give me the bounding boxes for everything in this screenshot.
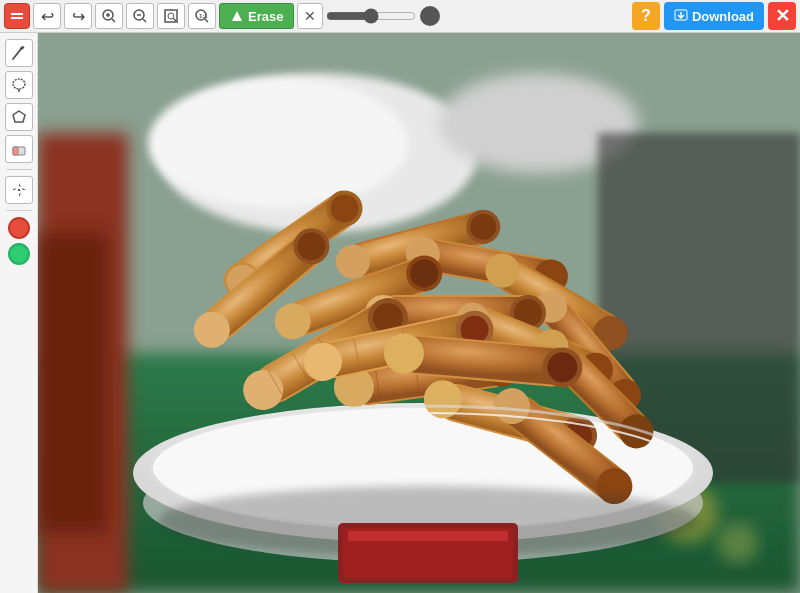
svg-line-6 — [112, 19, 115, 22]
svg-marker-28 — [12, 188, 18, 190]
close-icon: ✕ — [775, 5, 790, 27]
canvas-area[interactable] — [38, 33, 800, 593]
svg-rect-30 — [18, 189, 20, 191]
svg-rect-1 — [11, 13, 23, 15]
svg-marker-27 — [19, 191, 21, 197]
top-toolbar: ↩ ↪ 1:1 — [0, 0, 800, 33]
erase-label: Erase — [248, 9, 283, 24]
svg-line-12 — [174, 19, 177, 22]
svg-marker-29 — [20, 188, 26, 190]
svg-text:1:1: 1:1 — [199, 13, 208, 19]
svg-point-36 — [148, 78, 408, 208]
undo-button[interactable]: ↩ — [33, 3, 61, 29]
download-label: Download — [692, 9, 754, 24]
svg-line-19 — [13, 49, 21, 59]
zoom-in-button[interactable] — [95, 3, 123, 29]
help-icon: ? — [641, 7, 651, 25]
svg-point-39 — [718, 523, 758, 563]
help-button[interactable]: ? — [632, 2, 660, 30]
svg-line-9 — [143, 19, 146, 22]
svg-marker-16 — [232, 11, 242, 21]
svg-point-11 — [168, 13, 174, 19]
main-area — [0, 33, 800, 593]
sidebar-divider-2 — [6, 210, 32, 211]
lasso-tool[interactable] — [5, 71, 33, 99]
svg-line-15 — [205, 19, 208, 22]
svg-point-21 — [13, 79, 25, 89]
svg-marker-23 — [13, 111, 25, 122]
left-sidebar — [0, 33, 38, 593]
color-2[interactable] — [8, 243, 30, 265]
sidebar-divider — [6, 169, 32, 170]
svg-rect-25 — [13, 147, 18, 155]
svg-rect-133 — [348, 531, 508, 541]
color-1[interactable] — [8, 217, 30, 239]
svg-marker-26 — [19, 183, 21, 189]
close-button[interactable]: ✕ — [768, 2, 796, 30]
eraser-tool[interactable] — [5, 135, 33, 163]
brush-size-control — [326, 6, 440, 26]
download-button[interactable]: Download — [664, 2, 764, 30]
brush-tool[interactable] — [5, 39, 33, 67]
svg-rect-0 — [9, 8, 25, 24]
food-image — [38, 33, 800, 593]
polygon-tool[interactable] — [5, 103, 33, 131]
move-tool[interactable] — [5, 176, 33, 204]
cancel-icon: ✕ — [304, 8, 316, 24]
svg-rect-34 — [38, 233, 108, 533]
zoom-fit-button[interactable] — [157, 3, 185, 29]
brush-size-slider[interactable] — [326, 8, 416, 24]
zoom-actual-button[interactable]: 1:1 — [188, 3, 216, 29]
right-toolbar: ? Download ✕ — [632, 2, 796, 30]
redo-button[interactable]: ↪ — [64, 3, 92, 29]
svg-rect-2 — [11, 17, 23, 19]
erase-button[interactable]: Erase — [219, 3, 294, 29]
cancel-button[interactable]: ✕ — [297, 3, 323, 29]
zoom-out-button[interactable] — [126, 3, 154, 29]
brush-preview — [420, 6, 440, 26]
app-logo — [4, 3, 30, 29]
